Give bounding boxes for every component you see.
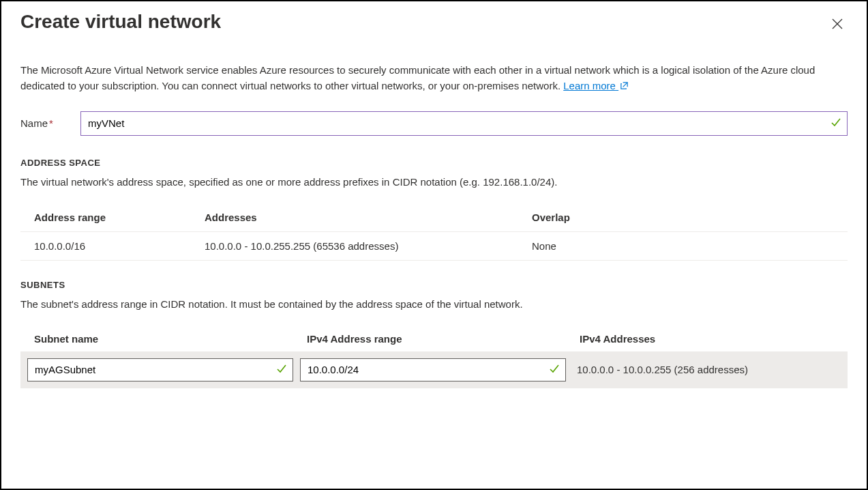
- subnet-name-input[interactable]: [27, 358, 293, 381]
- address-space-table: Address range Addresses Overlap 10.0.0.0…: [20, 203, 848, 261]
- panel-header: Create virtual network: [20, 11, 848, 52]
- subnets-table: Subnet name IPv4 Address range IPv4 Addr…: [20, 326, 848, 388]
- close-icon: [831, 18, 843, 30]
- cell-range: 10.0.0.0/16: [34, 240, 205, 252]
- intro-text: The Microsoft Azure Virtual Network serv…: [20, 64, 815, 91]
- address-space-table-header: Address range Addresses Overlap: [20, 203, 848, 232]
- panel-title: Create virtual network: [20, 11, 221, 33]
- subnet-name-input-wrap: [27, 358, 293, 381]
- col-header-subnet-name: Subnet name: [34, 333, 307, 345]
- svg-line-2: [623, 83, 628, 87]
- col-header-ipv4-range: IPv4 Address range: [307, 333, 580, 345]
- subnets-table-header: Subnet name IPv4 Address range IPv4 Addr…: [20, 326, 848, 351]
- close-button[interactable]: [827, 14, 848, 34]
- address-space-description: The virtual network's address space, spe…: [20, 175, 848, 190]
- subnets-heading: SUBNETS: [20, 280, 848, 290]
- name-field-row: Name*: [20, 111, 848, 136]
- address-space-row[interactable]: 10.0.0.0/16 10.0.0.0 - 10.0.255.255 (655…: [20, 232, 848, 261]
- intro-paragraph: The Microsoft Azure Virtual Network serv…: [20, 62, 848, 95]
- external-link-icon: [620, 78, 629, 94]
- subnet-range-input-wrap: [300, 358, 566, 381]
- name-input-wrap: [80, 111, 848, 136]
- cell-addresses: 10.0.0.0 - 10.0.255.255 (65536 addresses…: [205, 240, 532, 252]
- learn-more-link[interactable]: Learn more: [563, 80, 629, 91]
- cell-overlap: None: [532, 240, 834, 252]
- col-header-ipv4-addresses: IPv4 Addresses: [580, 333, 848, 345]
- col-header-overlap: Overlap: [532, 212, 834, 223]
- subnet-row[interactable]: 10.0.0.0 - 10.0.0.255 (256 addresses): [20, 351, 848, 388]
- create-virtual-network-panel: Create virtual network The Microsoft Azu…: [0, 0, 868, 490]
- name-input[interactable]: [80, 111, 848, 136]
- col-header-addresses: Addresses: [205, 212, 532, 223]
- address-space-heading: ADDRESS SPACE: [20, 158, 848, 168]
- name-label: Name*: [20, 117, 80, 129]
- subnet-range-input[interactable]: [300, 358, 566, 381]
- subnets-description: The subnet's address range in CIDR notat…: [20, 297, 848, 313]
- cell-ipv4-addresses: 10.0.0.0 - 10.0.0.255 (256 addresses): [573, 364, 848, 375]
- required-asterisk: *: [48, 117, 53, 129]
- col-header-range: Address range: [34, 212, 205, 223]
